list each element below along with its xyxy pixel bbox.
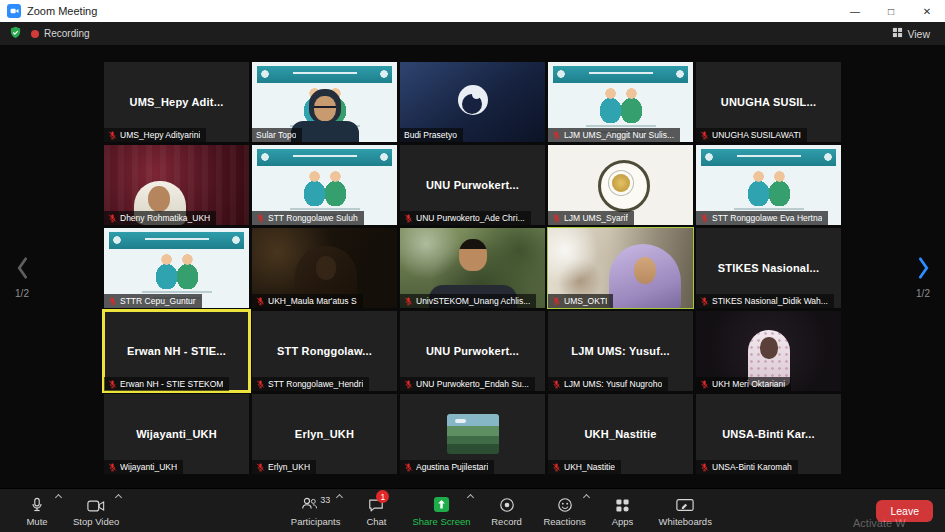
next-page-control: 1/2 <box>907 256 939 299</box>
recording-dot-icon <box>31 30 39 38</box>
participant-nametag: LJM UMS_Anggit Nur Sulis... <box>548 128 680 142</box>
participant-tile[interactable]: UnivSTEKOM_Unang Achlis... <box>400 228 545 308</box>
record-button[interactable]: Record <box>478 489 536 532</box>
participant-tile[interactable]: STT Ronggolawe Suluh <box>252 145 397 225</box>
participant-tile[interactable]: UKH_Maula Mar'atus S <box>252 228 397 308</box>
mic-muted-icon <box>256 463 265 472</box>
mic-muted-icon <box>108 380 117 389</box>
participant-nametag: Agustina Pujilestari <box>400 460 494 474</box>
participant-label: STT Ronggolawe Suluh <box>268 213 358 223</box>
participant-tile[interactable]: Dheny Rohmatika_UKH <box>104 145 249 225</box>
participants-count: 33 <box>320 495 330 505</box>
participant-tile[interactable]: STIKES Nasional... STIKES Nasional_Didik… <box>696 228 841 308</box>
share-screen-button[interactable]: Share Screen <box>405 489 477 532</box>
participants-options-caret[interactable] <box>336 494 343 501</box>
page-indicator: 1/2 <box>6 288 38 299</box>
participant-label: UNU Purwokerto_Ade Chri... <box>416 213 525 223</box>
participant-label: UKH_Maula Mar'atus S <box>268 296 357 306</box>
participant-tile[interactable]: UNSA-Binti Kar... UNSA-Binti Karomah <box>696 394 841 474</box>
participants-icon <box>301 496 318 513</box>
view-button-label: View <box>907 28 930 40</box>
leave-button[interactable]: Leave <box>876 500 933 522</box>
apps-button[interactable]: Apps <box>594 489 652 532</box>
meeting-toolbar: Mute Stop Video 33 Participants <box>0 488 945 532</box>
participant-label: LJM UMS_Anggit Nur Sulis... <box>564 130 674 140</box>
view-button[interactable]: View <box>886 25 936 42</box>
gallery-grid: UMS_Hepy Adit... UMS_Hepy Adityarini Sul… <box>0 45 945 474</box>
close-button[interactable]: ✕ <box>909 0 945 22</box>
whiteboard-icon <box>676 495 694 513</box>
page-indicator: 1/2 <box>907 288 939 299</box>
meeting-security-shield-icon[interactable] <box>9 25 22 43</box>
mic-muted-icon <box>700 297 709 306</box>
participant-tile[interactable]: LJM UMS_Anggit Nur Sulis... <box>548 62 693 142</box>
participant-tile[interactable]: Wijayanti_UKH Wijayanti_UKH <box>104 394 249 474</box>
zoom-meeting-window: Zoom Meeting — □ ✕ Recording View UMS_He… <box>0 0 945 532</box>
mic-muted-icon <box>552 131 561 140</box>
share-options-caret[interactable] <box>467 494 474 501</box>
minimize-button[interactable]: — <box>837 0 873 22</box>
participant-label: Budi Prasetyo <box>404 130 457 140</box>
video-options-caret[interactable] <box>115 494 122 501</box>
participant-tile[interactable]: STTR Cepu_Guntur <box>104 228 249 308</box>
mute-options-caret[interactable] <box>55 494 62 501</box>
stop-video-button[interactable]: Stop Video <box>66 489 126 532</box>
participant-label: Agustina Pujilestari <box>416 462 488 472</box>
participant-label: UNSA-Binti Karomah <box>712 462 792 472</box>
mic-muted-icon <box>404 214 413 223</box>
participant-label: Sular Topo <box>256 130 296 140</box>
reactions-options-caret[interactable] <box>583 494 590 501</box>
participant-tile[interactable]: Budi Prasetyo <box>400 62 545 142</box>
participant-tile[interactable]: STT Ronggolaw... STT Ronggolawe_Hendri <box>252 311 397 391</box>
participant-tile[interactable]: Agustina Pujilestari <box>400 394 545 474</box>
participant-nametag: STTR Cepu_Guntur <box>104 294 202 308</box>
maximize-button[interactable]: □ <box>873 0 909 22</box>
participant-tile[interactable]: Erlyn_UKH Erlyn_UKH <box>252 394 397 474</box>
participant-tile[interactable]: UNUGHA SUSIL... UNUGHA SUSILAWATI <box>696 62 841 142</box>
participant-label: UMS_Hepy Adityarini <box>120 130 200 140</box>
mic-muted-icon <box>404 380 413 389</box>
window-titlebar: Zoom Meeting — □ ✕ <box>0 0 945 22</box>
mic-muted-icon <box>700 214 709 223</box>
chevron-right-icon[interactable] <box>916 256 931 280</box>
participant-tile[interactable]: UKH_Nastitie UKH_Nastitie <box>548 394 693 474</box>
participant-label: STT Ronggolawe Eva Hertna <box>712 213 822 223</box>
mic-muted-icon <box>552 297 561 306</box>
participant-label: STIKES Nasional_Didik Wah... <box>712 296 828 306</box>
participant-tile[interactable]: UNU Purwokert... UNU Purwokerto_Ade Chri… <box>400 145 545 225</box>
participant-nametag: UnivSTEKOM_Unang Achlis... <box>400 294 536 308</box>
meeting-info-bar: Recording View <box>0 22 945 45</box>
participant-label: Erlyn_UKH <box>268 462 310 472</box>
share-screen-label: Share Screen <box>412 516 470 527</box>
participant-tile[interactable]: UMS_Hepy Adit... UMS_Hepy Adityarini <box>104 62 249 142</box>
chevron-left-icon[interactable] <box>15 256 30 280</box>
mic-muted-icon <box>700 131 709 140</box>
participants-button[interactable]: 33 Participants <box>284 489 348 532</box>
participant-label: STTR Cepu_Guntur <box>120 296 196 306</box>
participant-tile[interactable]: UKH Meri Oktariani <box>696 311 841 391</box>
record-icon <box>499 495 515 513</box>
chat-button[interactable]: 1 Chat <box>347 489 405 532</box>
participant-nametag: UMS_OKTI <box>548 294 613 308</box>
participant-tile[interactable]: Sular Topo <box>252 62 397 142</box>
participant-tile[interactable]: LJM UMS: Yusuf... LJM UMS: Yusuf Nugroho <box>548 311 693 391</box>
whiteboards-label: Whiteboards <box>659 516 712 527</box>
participant-tile[interactable]: STT Ronggolawe Eva Hertna <box>696 145 841 225</box>
participant-label: LJM UMS: Yusuf Nugroho <box>564 379 662 389</box>
participant-tile-highlighted[interactable]: Erwan NH - STIE... Erwan NH - STIE STEKO… <box>104 311 249 391</box>
mute-label: Mute <box>26 516 47 527</box>
mute-button[interactable]: Mute <box>8 489 66 532</box>
smiley-icon <box>557 495 573 513</box>
participant-nametag: UNSA-Binti Karomah <box>696 460 798 474</box>
reactions-button[interactable]: Reactions <box>536 489 594 532</box>
participant-tile[interactable]: UNU Purwokert... UNU Purwokerto_Endah Su… <box>400 311 545 391</box>
zoom-app-icon <box>7 4 21 18</box>
participant-nametag: STT Ronggolawe Suluh <box>252 211 364 225</box>
camera-icon <box>87 495 105 513</box>
participant-tile-active-speaker[interactable]: UMS_OKTI <box>548 228 693 308</box>
mic-muted-icon <box>108 463 117 472</box>
mic-muted-icon <box>256 214 265 223</box>
participant-label: UKH_Nastitie <box>564 462 615 472</box>
whiteboards-button[interactable]: Whiteboards <box>652 489 719 532</box>
participant-tile[interactable]: LJM UMS_Syarif <box>548 145 693 225</box>
